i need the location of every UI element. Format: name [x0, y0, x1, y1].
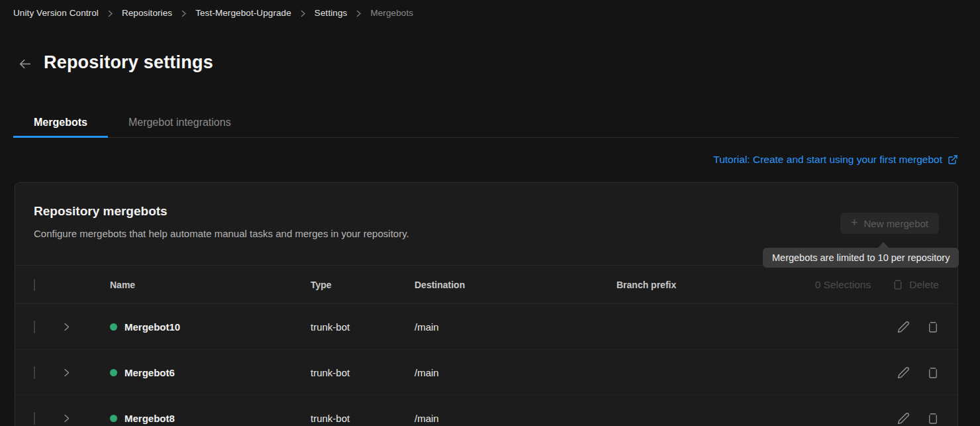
chevron-right-icon [107, 10, 113, 17]
card-title: Repository mergebots [34, 204, 939, 219]
mergebot-destination: /main [415, 413, 616, 424]
page-header: Repository settings [17, 52, 213, 73]
plus-icon: + [851, 216, 858, 230]
row-checkbox[interactable] [34, 366, 35, 379]
mergebot-destination: /main [415, 367, 616, 378]
table-row: Mergebot6 trunk-bot /main [15, 350, 957, 396]
new-mergebot-button-label: New mergebot [863, 218, 928, 229]
bulk-delete-button[interactable]: Delete [893, 279, 939, 291]
chevron-right-icon [300, 10, 306, 17]
breadcrumb-item-unity-version-control[interactable]: Unity Version Control [13, 8, 99, 18]
mergebot-destination: /main [415, 321, 616, 333]
mergebot-name: Mergebot10 [124, 321, 180, 333]
trash-icon [893, 279, 903, 290]
column-header-destination: Destination [415, 280, 616, 290]
external-link-icon [948, 154, 958, 165]
tutorial-link-label: Tutorial: Create and start using your fi… [713, 154, 942, 166]
status-dot-icon [110, 323, 117, 331]
mergebot-type: trunk-bot [311, 367, 415, 378]
mergebot-type: trunk-bot [311, 321, 415, 333]
breadcrumb-item-settings[interactable]: Settings [315, 8, 348, 18]
breadcrumb: Unity Version Control Repositories Test-… [13, 8, 413, 18]
delete-trash-icon[interactable] [927, 321, 939, 333]
repository-settings-page: { "breadcrumb": { "items": [ { "label": … [0, 0, 980, 426]
card-description: Configure mergebots that help automate m… [34, 228, 939, 239]
tab-mergebots[interactable]: Mergebots [13, 109, 108, 138]
column-header-type: Type [311, 280, 415, 290]
mergebot-name: Mergebot8 [124, 413, 175, 424]
repository-mergebots-card: Repository mergebots Configure mergebots… [15, 182, 958, 426]
delete-trash-icon[interactable] [927, 366, 939, 379]
edit-pencil-icon[interactable] [897, 366, 910, 379]
table-body: Mergebot10 trunk-bot /main Mergebot6 tru… [15, 304, 957, 426]
mergebot-type: trunk-bot [311, 413, 415, 424]
table-header: Name Type Destination Branch prefix 0 Se… [15, 265, 957, 304]
page-title: Repository settings [44, 52, 213, 73]
expand-chevron-icon[interactable] [62, 413, 72, 423]
edit-pencil-icon[interactable] [897, 321, 910, 333]
status-dot-icon [110, 369, 117, 376]
tab-mergebot-integrations[interactable]: Mergebot integrations [108, 109, 252, 138]
chevron-right-icon [181, 10, 187, 17]
delete-trash-icon[interactable] [927, 412, 939, 425]
expand-chevron-icon[interactable] [62, 322, 72, 332]
tutorial-link[interactable]: Tutorial: Create and start using your fi… [713, 154, 958, 166]
row-checkbox[interactable] [34, 321, 35, 333]
row-checkbox[interactable] [34, 412, 35, 425]
table-row: Mergebot10 trunk-bot /main [15, 304, 957, 350]
breadcrumb-item-repo-name[interactable]: Test-Mergebot-Upgrade [195, 8, 291, 18]
edit-pencil-icon[interactable] [897, 412, 910, 425]
mergebot-name: Mergebot6 [124, 367, 175, 378]
selections-count-label: 0 Selections [815, 279, 871, 291]
bulk-delete-label: Delete [909, 279, 939, 291]
mergebot-limit-tooltip: Mergebots are limited to 10 per reposito… [763, 248, 959, 268]
table-row: Mergebot8 trunk-bot /main [15, 396, 957, 426]
column-header-branch-prefix: Branch prefix [616, 280, 815, 290]
expand-chevron-icon[interactable] [62, 368, 72, 378]
tab-bar: Mergebots Mergebot integrations [13, 109, 958, 138]
new-mergebot-button[interactable]: + New mergebot [840, 213, 939, 234]
column-header-name: Name [110, 280, 311, 290]
select-all-checkbox[interactable] [34, 279, 35, 291]
chevron-right-icon [356, 10, 362, 17]
status-dot-icon [110, 415, 117, 422]
back-arrow-icon[interactable] [17, 56, 32, 72]
breadcrumb-item-mergebots: Mergebots [370, 8, 413, 18]
tooltip-caret [877, 242, 889, 248]
breadcrumb-item-repositories[interactable]: Repositories [122, 8, 172, 18]
